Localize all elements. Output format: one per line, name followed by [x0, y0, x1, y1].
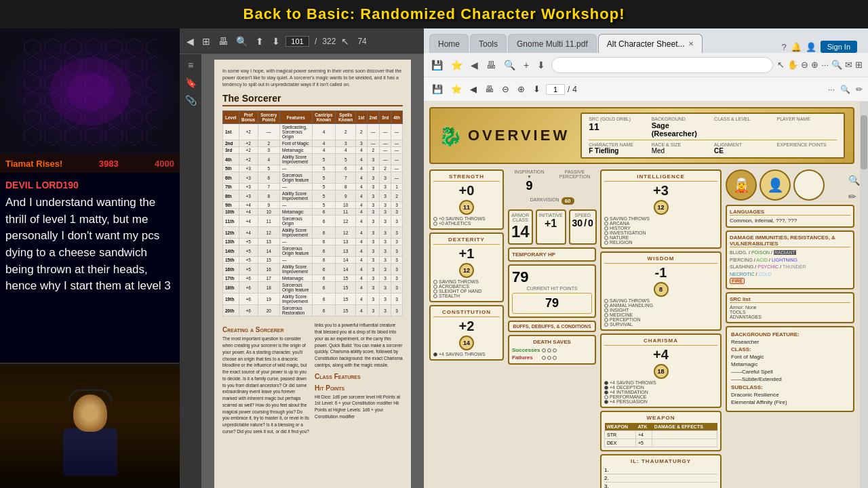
table-cell: 4: [356, 245, 367, 257]
table-cell: —: [380, 154, 391, 165]
email-btn[interactable]: ✉: [845, 60, 852, 70]
table-cell: 3: [367, 172, 380, 184]
pdf-zoom-out-btn[interactable]: 🔍: [233, 35, 250, 48]
table-cell: 12th: [223, 227, 239, 239]
table-cell: 4: [312, 140, 336, 147]
scroll-thumb[interactable]: [861, 115, 867, 169]
download2-btn[interactable]: ⬇: [530, 82, 543, 96]
table-cell: 2: [356, 124, 367, 140]
browser-zoom-out-btn[interactable]: 🔍: [502, 58, 517, 73]
address-bar: [551, 57, 773, 73]
pdf-next-btn[interactable]: ⬇: [269, 35, 283, 48]
pdf-sidebar-nav[interactable]: ≡: [188, 60, 193, 70]
pdf-thumbnail-btn[interactable]: ⊞: [199, 35, 213, 48]
browser-zoom-in-btn[interactable]: +: [521, 58, 531, 73]
pdf-sidebar-bookmark[interactable]: 🔖: [185, 77, 197, 88]
select-tool-btn[interactable]: ↖: [777, 60, 785, 70]
fail-2: [547, 356, 551, 360]
table-cell: 3: [367, 264, 380, 275]
zout2-btn[interactable]: ⊖: [499, 82, 512, 96]
left-panel: Tiamat Rises! 3983 4000 DEVIL LORD190 An…: [0, 28, 180, 488]
table-cell: 2: [367, 147, 380, 154]
zoom-out2-btn[interactable]: ⊖: [801, 60, 808, 70]
table-cell: +5: [239, 239, 258, 245]
pdf-select-btn[interactable]: ↖: [338, 35, 352, 48]
print2-btn[interactable]: 🖶: [482, 82, 496, 96]
notifications-btn[interactable]: 🔔: [791, 42, 802, 52]
tab-char-sheet[interactable]: Alt Character Sheet... ✕: [598, 34, 703, 53]
save2-btn[interactable]: 💾: [429, 82, 446, 96]
search2-btn[interactable]: 🔍: [831, 60, 842, 70]
browser-back2-btn[interactable]: ◀: [469, 58, 480, 73]
tab-close-btn[interactable]: ✕: [688, 40, 694, 47]
alignment-value: CE: [714, 147, 774, 155]
wpn-col1: WEAPON: [605, 423, 636, 431]
table-cell: 6: [312, 305, 336, 317]
table-cell: 4: [336, 147, 356, 154]
zoom-sheet-btn[interactable]: 🔍: [848, 175, 860, 186]
table-cell: —: [280, 165, 313, 172]
table-cell: 20th: [223, 305, 239, 317]
table-cell: 6th: [223, 172, 239, 184]
help-btn[interactable]: ?: [782, 42, 787, 52]
pdf-prev-btn[interactable]: ⬆: [253, 35, 267, 48]
pdf-back-btn[interactable]: ◀: [184, 35, 197, 48]
sheet-right-icons: 🔍 ✏: [848, 175, 860, 202]
sign-in-btn[interactable]: Sign In: [821, 41, 857, 53]
browser-print-btn[interactable]: 🖶: [484, 58, 498, 73]
extra-btn[interactable]: ⊞: [855, 60, 863, 70]
zin2-btn[interactable]: ⊕: [515, 82, 528, 96]
inspiration-val: 9: [508, 179, 551, 193]
pen-btn[interactable]: ✏: [856, 85, 863, 94]
table-cell: 4: [258, 154, 279, 165]
pdf-toolbar: ◀ ⊞ 🖶 🔍 ⬆ ⬇ 101 / 322 ↖ 74: [180, 28, 424, 54]
table-cell: —: [380, 147, 391, 154]
body-col1: The most important question to consider …: [222, 336, 311, 434]
table-cell: 9th: [223, 202, 239, 209]
browser-star-btn[interactable]: ⭐: [449, 58, 465, 73]
table-cell: 3: [367, 202, 380, 209]
table-cell: —: [391, 172, 403, 184]
page-nav-input[interactable]: [546, 84, 565, 95]
col-sorc: Sorcery Points: [258, 111, 279, 124]
pdf-print-btn[interactable]: 🖶: [216, 35, 231, 48]
tab-home[interactable]: Home: [429, 34, 469, 53]
class-level-label: CLASS & LEVEL: [714, 117, 774, 121]
pdf-page-input[interactable]: 101: [285, 36, 309, 47]
pdf-intro: In some way I hope, with magical power s…: [222, 68, 403, 87]
more-btn[interactable]: ···: [821, 60, 829, 70]
pdf-viewer-panel: ◀ ⊞ 🖶 🔍 ⬆ ⬇ 101 / 322 ↖ 74 ≡ 🔖 📎 In some…: [180, 28, 424, 488]
browser-download-btn[interactable]: ⬇: [535, 58, 547, 73]
browser-save-btn[interactable]: 💾: [429, 58, 445, 73]
zoom-in2-btn[interactable]: ⊕: [811, 60, 818, 70]
more2-btn[interactable]: ···: [828, 85, 835, 94]
profile-btn[interactable]: 👤: [806, 42, 816, 52]
weapons-section: WEAPON WEAPON ATK DAMAGE & EFFECTS: [600, 411, 722, 451]
sheet-scrollbar[interactable]: [860, 102, 868, 488]
dmg-immunities: BLUDG. / POISON / RADIANT PIERCING / ACI…: [730, 249, 850, 285]
edit-sheet-btn[interactable]: ✏: [848, 191, 860, 202]
table-cell: +6: [239, 275, 258, 282]
table-cell: 3: [380, 184, 391, 190]
table-cell: 6: [312, 245, 336, 257]
table-cell: 5: [336, 154, 356, 165]
pdf-sidebar-attach[interactable]: 📎: [185, 95, 197, 106]
back3-btn[interactable]: ◀: [467, 82, 479, 96]
tab-pdf[interactable]: Gnome Multi 11.pdf: [508, 34, 597, 53]
star2-btn[interactable]: ⭐: [448, 82, 465, 96]
background-label: BACKGROUND: [652, 117, 711, 121]
table-cell: +6: [239, 293, 258, 305]
speed-value: 30: [572, 218, 583, 228]
con-label: CONSTITUTION: [433, 309, 500, 317]
class-val: Font of Magic: [731, 354, 849, 360]
sorcerer-title: The Sorcerer: [222, 93, 403, 106]
right-panel: 🧝 👤 LANGUAGES Common, Infernal, ???, ???…: [726, 169, 854, 488]
table-cell: —: [280, 202, 313, 209]
table-row: 20th+620Sorcerous Restoration6154333: [223, 305, 403, 317]
tab-tools[interactable]: Tools: [470, 34, 507, 53]
ac-value: 14: [511, 222, 530, 241]
table-cell: 3: [391, 216, 403, 227]
hand-tool-btn[interactable]: ✋: [787, 60, 798, 70]
search3-btn[interactable]: 🔍: [840, 85, 850, 94]
dex-label-w: DEX: [605, 439, 636, 447]
